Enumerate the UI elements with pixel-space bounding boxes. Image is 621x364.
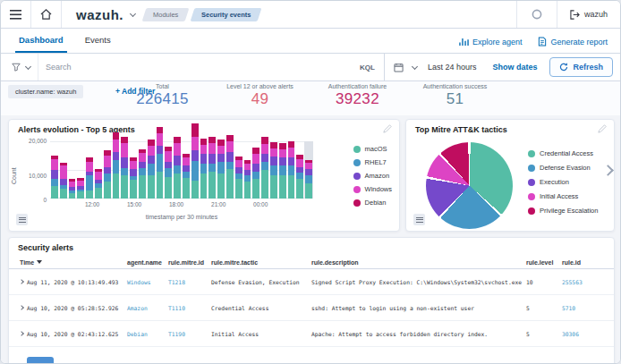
pie-chart[interactable] [426,142,513,229]
home-button[interactable] [31,1,62,28]
legend-item-rhel7[interactable]: RHEL7 [353,158,392,166]
expand-row-icon[interactable] [19,305,24,310]
bar-column[interactable] [217,141,225,199]
mitre-id-link[interactable]: T1110 [168,305,211,311]
logout-button[interactable]: wazuh [557,1,620,28]
bar-segment-windows [244,164,251,170]
bar-segment-amazon [191,150,199,160]
bar-segment-amazon [104,167,111,174]
tab-events[interactable]: Events [81,35,115,53]
bar-segment-windows [261,144,268,154]
legend-item-initial-access[interactable]: Initial Access [528,192,598,200]
col-rule-mitre-tactic[interactable]: rule.mitre.tactic [211,259,311,266]
stacked-bar [244,160,251,199]
col-rule-description[interactable]: rule.description [311,259,526,266]
agent-name-link[interactable]: Amazon [127,305,168,311]
tab-dashboard[interactable]: Dashboard [15,35,67,53]
legend-item-amazon[interactable]: Amazon [353,172,392,180]
legend-item-defense-evasion[interactable]: Defense Evasion [528,164,598,172]
bar-column[interactable] [288,141,295,199]
bar-column[interactable] [235,141,242,199]
legend-label: Initial Access [540,192,578,200]
pagination-button[interactable] [27,357,54,364]
bar-column[interactable] [200,141,208,199]
expand-row-icon[interactable] [19,331,24,336]
search-input[interactable] [38,63,351,72]
bar-column[interactable] [165,141,172,199]
refresh-button[interactable]: Refresh [549,57,613,77]
bar-column[interactable] [69,141,76,199]
stat-level-12-or-above-alerts: Level 12 or above alerts49 [211,83,309,108]
stacked-bar [235,157,242,199]
edit-panel-icon[interactable] [383,124,392,133]
bar-column[interactable] [208,141,216,199]
legend-toggle-icon[interactable] [413,214,425,225]
bar-column[interactable] [104,141,111,199]
col-rule-mitre-id[interactable]: rule.mitre.id [168,259,211,266]
bar-column[interactable] [157,141,164,199]
bar-column[interactable] [183,141,190,199]
bar-column[interactable] [60,141,67,199]
saved-query-menu-button[interactable] [1,54,38,80]
bar-column[interactable] [86,141,93,199]
mitre-id-link[interactable]: T1218 [168,279,211,285]
bar-column[interactable] [261,141,268,199]
time-range-value[interactable]: Last 24 hours [422,63,482,72]
bar-column[interactable] [148,141,155,199]
bar-segment-debian [191,123,199,137]
legend-item-credential-access[interactable]: Credential Access [528,149,598,157]
bar-column[interactable] [191,141,199,199]
bar-column[interactable] [244,141,251,199]
next-panel-arrow-icon[interactable] [602,165,614,176]
bar-column[interactable] [296,141,303,199]
bar-column[interactable] [226,141,234,199]
bar-column[interactable] [130,141,137,199]
breadcrumb-security-events[interactable]: Security events [191,8,262,21]
bar-column[interactable] [305,141,312,199]
stacked-bar [252,148,259,199]
calendar-menu-button[interactable] [385,63,422,72]
bar-column[interactable] [113,141,120,199]
stat-value: 226415 [114,90,211,108]
bar-column[interactable] [139,141,146,199]
rule-id-link[interactable]: 5710 [562,305,603,311]
rule-id-link[interactable]: 255563 [562,279,603,285]
kql-selector[interactable]: KQL [351,63,384,72]
bar-segment-macos [279,175,286,199]
mitre-id-link[interactable]: T1190 [168,331,211,337]
expand-row-icon[interactable] [19,279,24,284]
filter-pill-cluster-name[interactable]: cluster.name: wazuh [8,85,83,98]
agent-name-link[interactable]: Debian [127,331,168,337]
col-time[interactable]: Time [20,259,127,266]
cell-time: Aug 11, 2020 @ 10:13:49.493 [20,279,127,285]
legend-item-privilege-escalation[interactable]: Privilege Escalation [528,207,598,215]
legend-item-macos[interactable]: macOS [353,145,392,153]
generate-report-link[interactable]: Generate report [538,37,608,47]
agent-name-link[interactable]: Windows [127,279,168,285]
legend-toggle-icon[interactable] [16,214,28,225]
col-agent-name[interactable]: agent.name [127,259,168,266]
legend-item-debian[interactable]: Debian [353,199,392,207]
bar-column[interactable] [174,141,181,199]
bar-column[interactable] [279,141,286,199]
bar-column[interactable] [270,141,277,199]
breadcrumb-modules[interactable]: Modules [142,8,190,21]
menu-button[interactable] [1,1,31,28]
cell-tactic: Defense Evasion, Execution [211,279,311,285]
wazuh-logo-menu[interactable]: wazuh. [62,1,139,28]
bar-column[interactable] [121,141,128,199]
explore-agent-link[interactable]: Explore agent [459,38,523,47]
bar-column[interactable] [77,141,84,199]
col-rule-id[interactable]: rule.id [562,259,603,266]
legend-item-windows[interactable]: Windows [353,185,392,193]
edit-panel-icon[interactable] [598,124,607,133]
legend-item-execution[interactable]: Execution [528,178,598,186]
show-dates-link[interactable]: Show dates [481,63,548,72]
col-rule-level[interactable]: rule.level [526,259,562,266]
bar-column[interactable] [252,141,259,199]
rule-id-link[interactable]: 30306 [562,331,603,337]
bar-column[interactable] [51,141,58,199]
bar-column[interactable] [95,141,102,199]
health-status-button[interactable] [516,1,557,28]
stacked-bar [305,160,312,199]
